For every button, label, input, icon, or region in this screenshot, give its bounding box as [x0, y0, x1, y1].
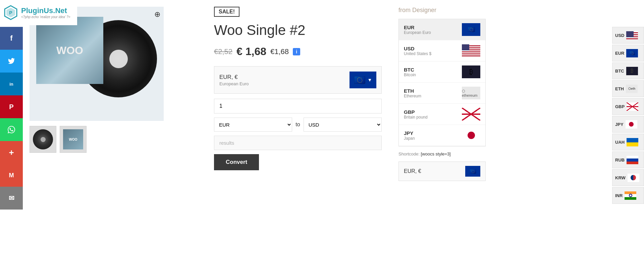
sale-price: € 1,68 — [236, 45, 266, 58]
bottom-bar-flag: 🇪🇺 — [465, 166, 480, 177]
quick-btn-usd-label: USD — [615, 33, 624, 38]
quick-btn-usd[interactable]: USD — [612, 27, 644, 44]
quick-btn-inr[interactable]: INR — [612, 187, 644, 204]
currency-item-code-gbp: GBP — [404, 109, 428, 115]
quick-btn-rub[interactable]: RUB — [612, 151, 644, 168]
shortcode-value: [woocs style=3] — [421, 151, 451, 156]
currency-item-name-eur: European Euro — [404, 30, 431, 35]
price-row: €2,52 € 1,68 €1,68 i — [214, 45, 382, 58]
quick-btn-btc-label: BTC — [615, 69, 624, 74]
quick-btn-uah[interactable]: UAH — [612, 134, 644, 150]
shortcode-area: Shortcode: [woocs style=3] — [398, 151, 486, 156]
currency-item-code-btc: BTC — [404, 67, 416, 73]
product-thumbnails: WOO — [30, 126, 197, 153]
logo-text: PluginUs.Net — [21, 6, 70, 15]
currency-flag-dropdown[interactable]: 🇪🇺 ▼ — [350, 72, 376, 88]
quick-btn-btc[interactable]: BTC ₿ — [612, 62, 644, 79]
quick-flag-jpy — [626, 120, 637, 129]
quick-btn-eur[interactable]: EUR 🇪🇺 — [612, 45, 644, 61]
original-price: €2,52 — [214, 47, 232, 56]
product-title: Woo Single #2 — [214, 22, 382, 39]
twitter-share-button[interactable] — [0, 50, 23, 73]
email-share-button[interactable]: ✉ — [0, 187, 23, 210]
facebook-share-button[interactable]: f — [0, 27, 23, 50]
currency-item-code-jpy: JPY — [404, 130, 415, 136]
from-currency-select[interactable]: EUR USD BTC ETH GBP JPY — [214, 118, 292, 132]
converted-price: €1,68 — [270, 47, 289, 56]
currency-item-code-usd: USD — [404, 46, 431, 51]
quick-btn-gbp[interactable]: GBP — [612, 98, 644, 115]
currency-bottom-label: EUR, € — [404, 168, 421, 174]
flag-gb-icon — [462, 108, 480, 121]
quick-btn-eth[interactable]: ETH ⬡eth — [612, 80, 644, 97]
quick-flag-rub — [627, 156, 638, 164]
convert-button[interactable]: Convert — [214, 154, 259, 170]
sale-badge: SALE! — [214, 7, 239, 17]
converter-row: EUR USD BTC ETH GBP JPY to USD EUR BTC E… — [214, 118, 382, 132]
flag-btc-icon: ₿ — [462, 65, 480, 78]
quick-btn-eur-label: EUR — [615, 51, 624, 56]
currency-code-label: EUR, € — [219, 74, 249, 81]
quick-btn-rub-label: RUB — [615, 157, 625, 163]
currency-item-gbp[interactable]: GBP Britain pound — [399, 104, 485, 125]
svg-text:P: P — [9, 10, 12, 15]
currency-item-btc[interactable]: BTC Bitcoin ₿ — [399, 61, 485, 83]
whatsapp-share-button[interactable] — [0, 118, 23, 141]
eu-flag-icon: 🇪🇺 — [354, 75, 366, 86]
logo: P PluginUs.Net <?php echo 'realize your … — [0, 0, 77, 25]
quick-btn-inr-label: INR — [615, 193, 623, 198]
logo-tagline: <?php echo 'realize your idea' ?> — [21, 15, 70, 19]
quick-btn-uah-label: UAH — [615, 140, 625, 145]
quick-flag-gbp — [627, 102, 638, 111]
more-share-button[interactable]: + — [0, 141, 23, 164]
price-info-icon[interactable]: i — [293, 48, 300, 55]
from-designer-label: from Designer — [398, 7, 486, 14]
currency-item-eth[interactable]: ETH Ethereum ⬡ ethereum — [399, 83, 485, 104]
dropdown-arrow-icon: ▼ — [368, 77, 372, 83]
quick-btn-jpy[interactable]: JPY — [612, 116, 644, 133]
quick-flag-eth: ⬡eth — [626, 85, 638, 93]
pinterest-share-button[interactable]: P — [0, 95, 23, 118]
product-info-section: SALE! Woo Single #2 €2,52 € 1,68 €1,68 i… — [204, 3, 392, 272]
currency-selector-box[interactable]: EUR, € European Euro 🇪🇺 ▼ — [214, 66, 382, 94]
amount-input[interactable] — [214, 99, 382, 114]
to-currency-select[interactable]: USD EUR BTC ETH GBP JPY — [304, 118, 382, 132]
currency-bottom-bar[interactable]: EUR, € 🇪🇺 — [398, 162, 486, 181]
results-field: results — [214, 136, 382, 150]
quick-btn-jpy-label: JPY — [615, 122, 624, 127]
currency-selector-text: EUR, € European Euro — [219, 74, 249, 86]
to-label: to — [296, 122, 300, 128]
quick-currency-buttons: USD EUR 🇪🇺 BTC ₿ ETH ⬡eth GBP JPY UAH RU… — [612, 27, 644, 204]
quick-flag-inr — [625, 191, 636, 200]
currency-item-code-eur: EUR — [404, 25, 431, 30]
social-sidebar: f in P + M ✉ — [0, 27, 23, 210]
currency-widget-section: from Designer EUR European Euro 🇪🇺 USD U… — [392, 3, 492, 272]
gmail-share-button[interactable]: M — [0, 164, 23, 187]
thumbnail-2[interactable]: WOO — [60, 126, 87, 153]
currency-item-code-eth: ETH — [404, 88, 421, 94]
currency-item-name-btc: Bitcoin — [404, 73, 416, 77]
linkedin-share-button[interactable]: in — [0, 73, 23, 95]
currency-item-name-jpy: Japan — [404, 136, 415, 141]
quick-flag-btc: ₿ — [626, 67, 638, 75]
currency-item-usd[interactable]: USD United States $ — [399, 40, 485, 61]
quick-btn-gbp-label: GBP — [615, 104, 625, 109]
quick-btn-eth-label: ETH — [615, 86, 624, 91]
currency-item-name-gbp: Britain pound — [404, 115, 428, 120]
shortcode-label: Shortcode: — [398, 151, 420, 156]
quick-flag-eur: 🇪🇺 — [626, 49, 638, 57]
currency-list-widget[interactable]: EUR European Euro 🇪🇺 USD United States $… — [398, 19, 486, 146]
flag-eu-icon: 🇪🇺 — [462, 23, 480, 36]
quick-btn-krw-label: KRW — [615, 175, 626, 180]
currency-item-jpy[interactable]: JPY Japan — [399, 125, 485, 146]
product-image-section: ⊕ WOO WOO — [23, 3, 204, 272]
quick-flag-uah — [627, 138, 638, 146]
quick-flag-usd — [626, 31, 638, 40]
logo-icon: P — [3, 5, 18, 20]
quick-btn-krw[interactable]: KRW — [612, 169, 644, 186]
currency-name-label: European Euro — [219, 81, 249, 86]
currency-item-eur[interactable]: EUR European Euro 🇪🇺 — [399, 19, 485, 40]
currency-item-name-eth: Ethereum — [404, 94, 421, 98]
flag-jp-icon — [462, 129, 480, 142]
thumbnail-1[interactable] — [30, 126, 56, 153]
